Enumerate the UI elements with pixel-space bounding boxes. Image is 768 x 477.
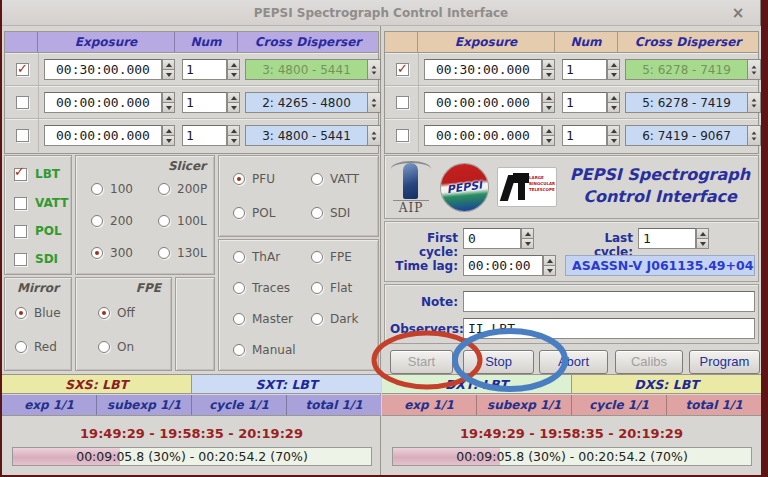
num-spinner[interactable] bbox=[607, 125, 620, 146]
focus-option-pol[interactable]: POL bbox=[233, 206, 275, 220]
radio-thar[interactable] bbox=[233, 251, 245, 263]
radio-100[interactable] bbox=[91, 183, 103, 195]
slicer-option-300[interactable]: 300 bbox=[91, 246, 133, 260]
exposure-spinner[interactable] bbox=[542, 59, 555, 80]
abort-button[interactable]: Abort bbox=[539, 350, 608, 374]
radio-manual[interactable] bbox=[233, 344, 245, 356]
exposure-input[interactable] bbox=[424, 92, 542, 113]
fpe-option-on[interactable]: On bbox=[98, 340, 134, 354]
exposure-spinner[interactable] bbox=[162, 92, 175, 113]
radio-flat[interactable] bbox=[311, 282, 323, 294]
cross-disperser-select[interactable]: 5: 6278 - 7419 bbox=[625, 92, 761, 113]
telescope-option-vatt[interactable]: VATT bbox=[14, 196, 68, 210]
num-spinner[interactable] bbox=[227, 59, 240, 80]
last-cycle-input[interactable] bbox=[638, 228, 696, 249]
focus-option-pfu[interactable]: PFU bbox=[233, 172, 275, 186]
radio-master[interactable] bbox=[233, 313, 245, 325]
num-input[interactable] bbox=[182, 92, 227, 113]
radio-dark[interactable] bbox=[311, 313, 323, 325]
program-button[interactable]: Program bbox=[689, 350, 760, 374]
slicer-option-130l[interactable]: 130L bbox=[158, 246, 207, 260]
num-input[interactable] bbox=[562, 59, 607, 80]
lbt-checkbox[interactable] bbox=[14, 168, 27, 181]
radio-300[interactable] bbox=[91, 247, 103, 259]
row-enable-checkbox[interactable] bbox=[16, 129, 29, 142]
calib-option-flat[interactable]: Flat bbox=[311, 281, 352, 295]
slicer-option-100[interactable]: 100 bbox=[91, 182, 133, 196]
calib-option-thar[interactable]: ThAr bbox=[233, 250, 280, 264]
mirror-option-blue[interactable]: Blue bbox=[15, 306, 61, 320]
exposure-input[interactable] bbox=[44, 125, 162, 146]
vatt-checkbox[interactable] bbox=[14, 197, 27, 210]
radio-traces[interactable] bbox=[233, 282, 245, 294]
row-enable-checkbox[interactable] bbox=[16, 96, 29, 109]
note-input[interactable] bbox=[463, 291, 755, 312]
slicer-option-200p[interactable]: 200P bbox=[158, 182, 207, 196]
radio-200[interactable] bbox=[91, 215, 103, 227]
radio-fpe-cal[interactable] bbox=[311, 251, 323, 263]
last-cycle-spinner[interactable] bbox=[696, 228, 709, 249]
telescope-option-pol[interactable]: POL bbox=[14, 224, 62, 238]
slicer-option-100l[interactable]: 100L bbox=[158, 214, 207, 228]
num-input[interactable] bbox=[562, 125, 607, 146]
num-spinner[interactable] bbox=[607, 59, 620, 80]
focus-option-vatt[interactable]: VATT bbox=[311, 172, 359, 186]
row-enable-checkbox[interactable] bbox=[396, 96, 409, 109]
num-spinner[interactable] bbox=[607, 92, 620, 113]
stop-button[interactable]: Stop bbox=[463, 350, 534, 374]
sdi-checkbox[interactable] bbox=[14, 253, 27, 266]
exposure-spinner[interactable] bbox=[542, 125, 555, 146]
exposure-input[interactable] bbox=[424, 59, 542, 80]
radio-pol[interactable] bbox=[233, 207, 245, 219]
time-lag-spinner[interactable] bbox=[543, 255, 556, 276]
first-cycle-spinner[interactable] bbox=[521, 228, 534, 249]
slicer-option-200[interactable]: 200 bbox=[91, 214, 133, 228]
num-spinner[interactable] bbox=[227, 92, 240, 113]
exposure-spinner[interactable] bbox=[162, 125, 175, 146]
exposure-input[interactable] bbox=[44, 92, 162, 113]
cross-disperser-select[interactable]: 5: 6278 - 7419 bbox=[625, 59, 761, 80]
exposure-spinner[interactable] bbox=[542, 92, 555, 113]
pol-checkbox[interactable] bbox=[14, 225, 27, 238]
row-enable-checkbox[interactable] bbox=[396, 129, 409, 142]
radio-100l[interactable] bbox=[158, 215, 170, 227]
num-input[interactable] bbox=[182, 59, 227, 80]
observers-input[interactable] bbox=[463, 318, 755, 339]
cross-disperser-select[interactable]: 3: 4800 - 5441 bbox=[245, 125, 381, 146]
num-spinner[interactable] bbox=[227, 125, 240, 146]
focus-option-sdi[interactable]: SDI bbox=[311, 206, 350, 220]
calib-option-dark[interactable]: Dark bbox=[311, 312, 358, 326]
cross-disperser-select[interactable]: 6: 7419 - 9067 bbox=[625, 125, 761, 146]
calib-option-traces[interactable]: Traces bbox=[233, 281, 290, 295]
fpe-option-off[interactable]: Off bbox=[98, 306, 135, 320]
calib-option-fpe[interactable]: FPE bbox=[311, 250, 352, 264]
radio-sdi[interactable] bbox=[311, 207, 323, 219]
telescope-option-sdi[interactable]: SDI bbox=[14, 252, 58, 266]
radio-on[interactable] bbox=[98, 341, 110, 353]
radio-200p[interactable] bbox=[158, 183, 170, 195]
radio-off[interactable] bbox=[98, 307, 110, 319]
exposure-spinner[interactable] bbox=[162, 59, 175, 80]
row-enable-checkbox[interactable] bbox=[396, 63, 409, 76]
close-icon[interactable]: × bbox=[728, 0, 748, 26]
calib-option-master[interactable]: Master bbox=[233, 312, 293, 326]
cross-disperser-select[interactable]: 3: 4800 - 5441 bbox=[245, 59, 381, 80]
radio-blue[interactable] bbox=[15, 307, 27, 319]
time-lag-input[interactable] bbox=[463, 255, 543, 276]
start-button[interactable]: Start bbox=[390, 350, 453, 374]
num-input[interactable] bbox=[182, 125, 227, 146]
exposure-input[interactable] bbox=[424, 125, 542, 146]
telescope-option-lbt[interactable]: LBT bbox=[14, 167, 60, 181]
first-cycle-input[interactable] bbox=[463, 228, 521, 249]
radio-pfu[interactable] bbox=[233, 173, 245, 185]
cross-disperser-select[interactable]: 2: 4265 - 4800 bbox=[245, 92, 381, 113]
calib-option-manual[interactable]: Manual bbox=[233, 343, 296, 357]
radio-vatt[interactable] bbox=[311, 173, 323, 185]
calibs-button[interactable]: Calibs bbox=[615, 350, 683, 374]
radio-red[interactable] bbox=[15, 341, 27, 353]
mirror-option-red[interactable]: Red bbox=[15, 340, 57, 354]
row-enable-checkbox[interactable] bbox=[16, 63, 29, 76]
num-input[interactable] bbox=[562, 92, 607, 113]
exposure-input[interactable] bbox=[44, 59, 162, 80]
radio-130l[interactable] bbox=[158, 247, 170, 259]
